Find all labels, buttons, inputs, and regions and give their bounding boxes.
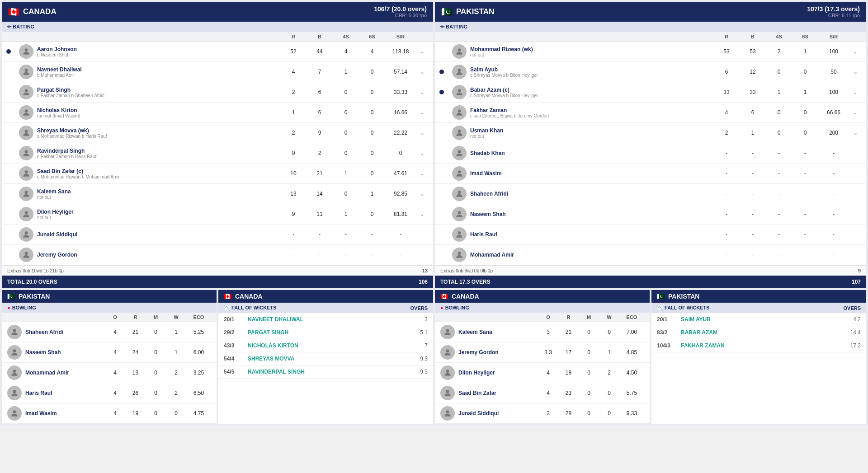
stat-b: 6 xyxy=(307,109,333,116)
bowling-row: Mohammad Amir 4 13 0 2 3.25 xyxy=(2,363,217,383)
batting-indicator xyxy=(6,49,19,54)
svg-point-12 xyxy=(458,69,461,72)
stat-r: 4 xyxy=(280,69,307,75)
player-info: Saad Bin Zafar (c) c Mohammad Rizwan b M… xyxy=(37,168,280,179)
chevron-icon[interactable]: ⌄ xyxy=(416,211,429,217)
player-avatar xyxy=(452,146,470,160)
bowling-row: Naseem Shah 4 24 0 1 6.00 xyxy=(2,342,217,363)
chevron-icon[interactable]: ⌄ xyxy=(416,48,429,55)
svg-point-30 xyxy=(446,390,449,393)
stat-6s: - xyxy=(359,231,385,238)
stat-b: 53 xyxy=(740,48,766,55)
stat-6s: - xyxy=(359,252,385,258)
stat-sr: 33.33 xyxy=(385,89,416,95)
bowling-row: Saad Bin Zafar 4 23 0 0 5.75 xyxy=(435,383,650,403)
player-info: Imad Wasim xyxy=(470,170,713,177)
stat-r: - xyxy=(280,231,307,238)
fow-overs: 9.3 xyxy=(420,356,428,362)
chevron-icon[interactable]: ⌄ xyxy=(416,150,429,156)
svg-point-7 xyxy=(25,191,28,194)
chevron-icon[interactable]: ⌄ xyxy=(416,170,429,177)
player-avatar xyxy=(452,227,470,242)
stat-sr: 118.18 xyxy=(385,48,416,55)
fow-row: 29/2 PARGAT SINGH 5.1 xyxy=(218,326,433,339)
chevron-icon[interactable]: ⌄ xyxy=(849,48,862,55)
fow-row: 20/1 NAVNEET DHALIWAL 3 xyxy=(218,313,433,326)
stat-r: - xyxy=(713,150,740,156)
stat-r: 52 xyxy=(280,48,307,55)
can-bowling-header: 🇨🇦 CANADA xyxy=(435,290,650,303)
batting-row: Dilon Heyliger not out 9 11 1 0 81.81 ⌄ xyxy=(2,204,433,225)
stat-4s: - xyxy=(766,191,792,197)
stat-4s: 0 xyxy=(333,109,359,116)
player-avatar xyxy=(19,85,37,99)
svg-point-27 xyxy=(446,329,449,332)
fow-wicket: 20/1 xyxy=(657,316,677,323)
svg-point-8 xyxy=(25,211,28,214)
bowling-row: Junaid Siddiqui 3 28 0 0 9.33 xyxy=(435,403,650,424)
chevron-icon[interactable]: ⌄ xyxy=(849,89,862,95)
svg-point-11 xyxy=(458,48,461,52)
canada-total: TOTAL 20.0 OVERS 106 xyxy=(2,276,433,288)
svg-point-31 xyxy=(446,410,449,413)
player-avatar xyxy=(19,44,37,59)
svg-point-5 xyxy=(25,150,28,153)
fow-wicket: 83/2 xyxy=(657,329,677,336)
chevron-icon[interactable]: ⌄ xyxy=(416,89,429,95)
pak-bowling-cols: O R M W ECO xyxy=(2,313,217,322)
chevron-icon[interactable]: ⌄ xyxy=(849,130,862,136)
player-avatar xyxy=(19,166,37,181)
stat-r: 13 xyxy=(280,191,307,197)
chevron-icon[interactable]: ⌄ xyxy=(416,130,429,136)
chevron-icon[interactable]: ⌄ xyxy=(416,109,429,116)
svg-point-2 xyxy=(25,89,28,92)
pakistan-batting-title: ✏ BATTING xyxy=(435,22,866,32)
stat-r: - xyxy=(713,191,740,197)
stat-b: 12 xyxy=(740,69,766,75)
chevron-icon[interactable]: ⌄ xyxy=(849,69,862,75)
col-6s: 6S xyxy=(359,34,385,39)
stat-sr: - xyxy=(818,231,849,238)
bowler-name: Haris Rauf xyxy=(25,390,52,396)
pakistan-extras: Extras 0nb 9wd 0b 0lb 0p 9 xyxy=(435,265,866,276)
player-avatar xyxy=(19,105,37,120)
svg-point-18 xyxy=(458,191,461,194)
fow-overs: 9.5 xyxy=(420,369,428,375)
fow-player: NICHOLAS KIRTON xyxy=(244,342,425,349)
stat-b: 6 xyxy=(740,109,766,116)
stat-sr: 100 xyxy=(818,48,849,55)
stat-4s: - xyxy=(766,170,792,177)
batting-row: Shadab Khan - - - - - xyxy=(435,143,866,164)
svg-point-28 xyxy=(446,349,449,352)
fow-player: FAKHAR ZAMAN xyxy=(677,342,850,349)
fow-row: 20/1 SAIM AYUB 4.2 xyxy=(651,313,866,326)
stat-b: 44 xyxy=(307,48,333,55)
chevron-icon[interactable]: ⌄ xyxy=(849,109,862,116)
stat-6s: 0 xyxy=(792,109,818,116)
chevron-icon[interactable]: ⌄ xyxy=(416,191,429,197)
batting-indicator xyxy=(439,90,452,94)
stat-r: 2 xyxy=(280,130,307,136)
col-4s: 4S xyxy=(333,34,359,39)
stat-4s: 1 xyxy=(766,89,792,95)
player-avatar xyxy=(452,126,470,140)
svg-point-10 xyxy=(25,252,28,255)
chevron-icon[interactable]: ⌄ xyxy=(416,69,429,75)
pak-bowling-header: 🇵🇰 PAKISTAN xyxy=(2,290,217,303)
fow-player: PARGAT SINGH xyxy=(244,329,420,336)
stat-4s: - xyxy=(766,150,792,156)
stat-sr: 66.66 xyxy=(818,109,849,116)
stat-6s: - xyxy=(792,211,818,217)
col-b: B xyxy=(307,34,333,39)
can-bowling-title: ● BOWLING xyxy=(435,303,650,313)
player-info: Shaheen Afridi xyxy=(470,191,713,197)
stat-4s: - xyxy=(333,231,359,238)
fow-row: 54/5 RAVINDERPAL SINGH 9.5 xyxy=(218,365,433,379)
bowling-row: Shaheen Afridi 4 21 0 1 5.25 xyxy=(2,322,217,342)
stat-sr: - xyxy=(818,252,849,258)
player-info: Babar Azam (c) c Shreyas Movva b Dilon H… xyxy=(470,87,713,98)
bowler-name: Mohammad Amir xyxy=(25,370,69,376)
svg-point-3 xyxy=(25,109,28,112)
player-avatar xyxy=(452,105,470,120)
batting-row: Shaheen Afridi - - - - - xyxy=(435,184,866,204)
